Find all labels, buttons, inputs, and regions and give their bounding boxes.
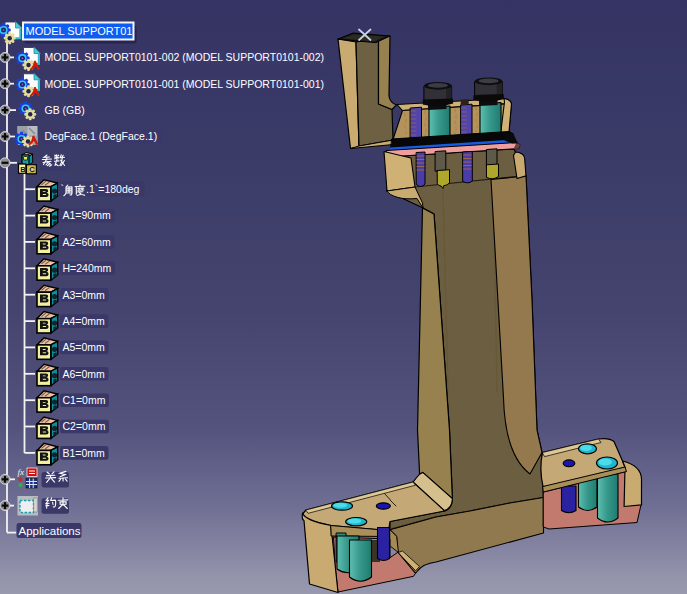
svg-text:A3=0mm: A3=0mm [63, 289, 106, 301]
svg-text:MODEL SUPPORT01: MODEL SUPPORT01 [26, 25, 133, 37]
svg-text:A6=0mm: A6=0mm [63, 368, 106, 380]
svg-text:A4=0mm: A4=0mm [63, 315, 106, 327]
svg-text:MODEL SUPPORT0101-002 (MODEL S: MODEL SUPPORT0101-002 (MODEL SUPPORT0101… [45, 51, 325, 63]
svg-text:DegFace.1 (DegFace.1): DegFace.1 (DegFace.1) [45, 130, 158, 142]
svg-text:B: B [20, 165, 26, 174]
svg-text:C2=0mm: C2=0mm [63, 420, 106, 432]
svg-text:A1=90mm: A1=90mm [63, 209, 111, 221]
svg-text:H=240mm: H=240mm [63, 262, 112, 274]
svg-text:A2=60mm: A2=60mm [63, 236, 111, 248]
svg-text:B1=0mm: B1=0mm [63, 447, 106, 459]
svg-text:GB (GB): GB (GB) [45, 104, 85, 116]
svg-text:.1`=180deg: .1`=180deg [86, 183, 140, 195]
svg-text:C: C [29, 165, 35, 174]
svg-text:A5=0mm: A5=0mm [63, 341, 106, 353]
svg-text:fx: fx [18, 467, 25, 477]
svg-text:`: ` [61, 183, 65, 195]
svg-text:MODEL SUPPORT0101-001 (MODEL S: MODEL SUPPORT0101-001 (MODEL SUPPORT0101… [45, 78, 325, 90]
svg-text:Applications: Applications [19, 525, 81, 537]
svg-text:C1=0mm: C1=0mm [63, 394, 106, 406]
